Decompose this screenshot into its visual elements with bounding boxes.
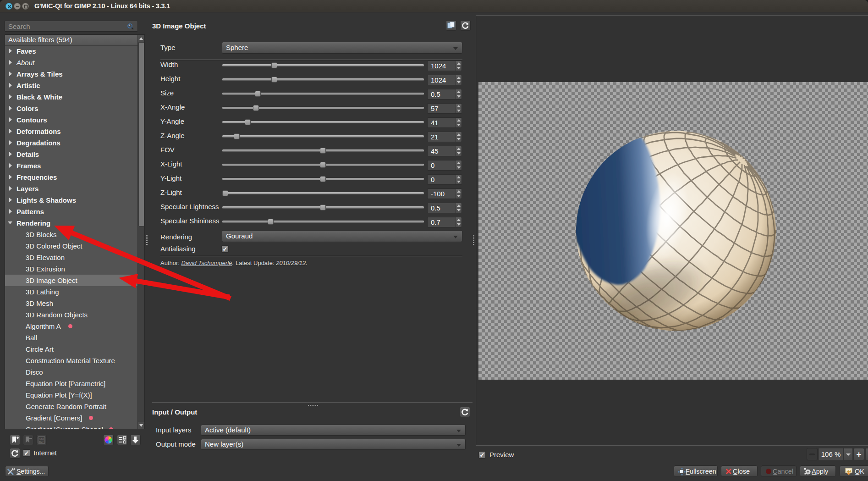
svg-text:Def: Def [39,441,44,443]
svg-text:Abc: Abc [39,437,44,440]
